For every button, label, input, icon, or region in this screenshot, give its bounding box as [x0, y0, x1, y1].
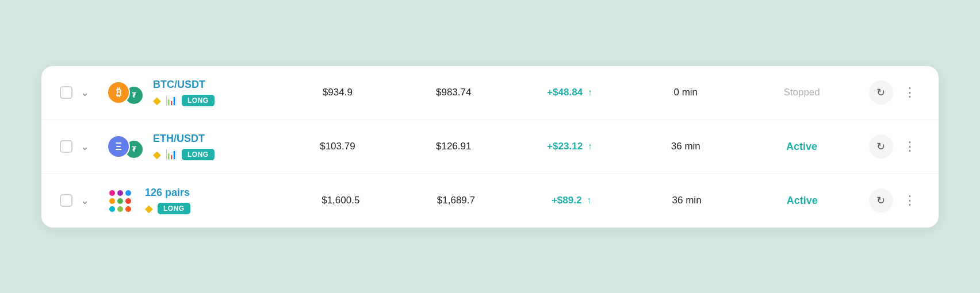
chevron-multi[interactable]: ⌄	[81, 194, 97, 207]
profit-eth: +$23.12 ↑	[512, 141, 628, 152]
more-button-multi[interactable]: ⋮	[900, 191, 920, 210]
actions-multi: ↻ ⋮	[869, 188, 920, 213]
refresh-button-btc[interactable]: ↻	[869, 80, 893, 105]
actions-btc: ↻ ⋮	[869, 80, 920, 105]
chevron-eth[interactable]: ⌄	[81, 140, 97, 153]
status-btc: Stopped	[744, 87, 860, 98]
more-button-btc[interactable]: ⋮	[900, 83, 920, 102]
duration-btc: 0 min	[627, 87, 744, 98]
checkbox-btc[interactable]	[60, 86, 72, 99]
row-eth: ⌄ Ξ ₮ ETH/USDT ◆ 📊 LONG $103.79 $126.91 …	[41, 120, 939, 174]
refresh-button-eth[interactable]: ↻	[869, 134, 893, 159]
chart-icon-eth: 📊	[166, 149, 177, 160]
status-eth: Active	[744, 141, 860, 153]
invested-btc: $934.9	[280, 87, 396, 98]
invested-multi: $1,600.5	[283, 195, 399, 206]
pair-dot	[109, 190, 115, 196]
pair-dot	[109, 206, 115, 212]
pair-dot	[125, 190, 131, 196]
row-btc: ⌄ ₿ ₮ BTC/USDT ◆ 📊 LONG $934.9 $983.74 +…	[41, 66, 939, 120]
binance-icon-btc: ◆	[153, 94, 161, 107]
value-multi: $1,689.7	[399, 195, 514, 206]
coin-icons-btc: ₿ ₮	[107, 80, 144, 105]
profit-arrow-btc: ↑	[588, 87, 592, 97]
chart-icon-btc: 📊	[166, 95, 177, 106]
pair-name-btc: BTC/USDT	[153, 79, 268, 91]
binance-icon-multi: ◆	[145, 202, 153, 215]
long-badge-btc: LONG	[182, 95, 215, 106]
profit-multi: +$89.2 ↑	[514, 195, 629, 206]
pair-name-eth: ETH/USDT	[153, 133, 268, 145]
pairs-dots	[107, 188, 136, 214]
refresh-button-multi[interactable]: ↻	[869, 188, 893, 213]
more-button-eth[interactable]: ⋮	[900, 137, 920, 156]
pair-tags-multi: ◆ LONG	[145, 202, 271, 215]
actions-eth: ↻ ⋮	[869, 134, 920, 159]
value-btc: $983.74	[396, 87, 512, 98]
pair-info-btc: BTC/USDT ◆ 📊 LONG	[153, 79, 268, 107]
pair-dot	[117, 206, 123, 212]
long-badge-eth: LONG	[182, 149, 215, 160]
pair-dot	[117, 198, 123, 204]
coin-icons-multi	[107, 188, 136, 213]
pair-dot	[117, 190, 123, 196]
long-badge-multi: LONG	[158, 203, 190, 214]
duration-eth: 36 min	[627, 141, 744, 152]
trading-pairs-card: ⌄ ₿ ₮ BTC/USDT ◆ 📊 LONG $934.9 $983.74 +…	[41, 66, 939, 228]
profit-btc: +$48.84 ↑	[512, 87, 628, 98]
pair-info-eth: ETH/USDT ◆ 📊 LONG	[153, 133, 268, 161]
pair-dot	[125, 206, 131, 212]
chevron-btc[interactable]: ⌄	[81, 86, 97, 99]
value-eth: $126.91	[396, 141, 512, 152]
binance-icon-eth: ◆	[153, 148, 161, 161]
invested-eth: $103.79	[280, 141, 396, 152]
pair-name-multi: 126 pairs	[145, 187, 271, 199]
checkbox-multi[interactable]	[60, 194, 72, 207]
checkbox-eth[interactable]	[60, 140, 72, 153]
row-multi: ⌄ 126 pairs ◆ LONG $1,600.5 $1,689.7 +$8…	[41, 174, 939, 228]
pair-tags-eth: ◆ 📊 LONG	[153, 148, 268, 161]
eth-icon: Ξ	[107, 135, 130, 158]
duration-multi: 36 min	[629, 195, 745, 206]
status-multi: Active	[744, 195, 860, 207]
profit-arrow-multi: ↑	[587, 195, 591, 205]
pair-dot	[109, 198, 115, 204]
coin-icons-eth: Ξ ₮	[107, 134, 144, 159]
pair-dot	[125, 198, 131, 204]
profit-arrow-eth: ↑	[588, 141, 592, 151]
btc-icon: ₿	[107, 81, 130, 104]
pair-info-multi: 126 pairs ◆ LONG	[145, 187, 271, 215]
pair-tags-btc: ◆ 📊 LONG	[153, 94, 268, 107]
